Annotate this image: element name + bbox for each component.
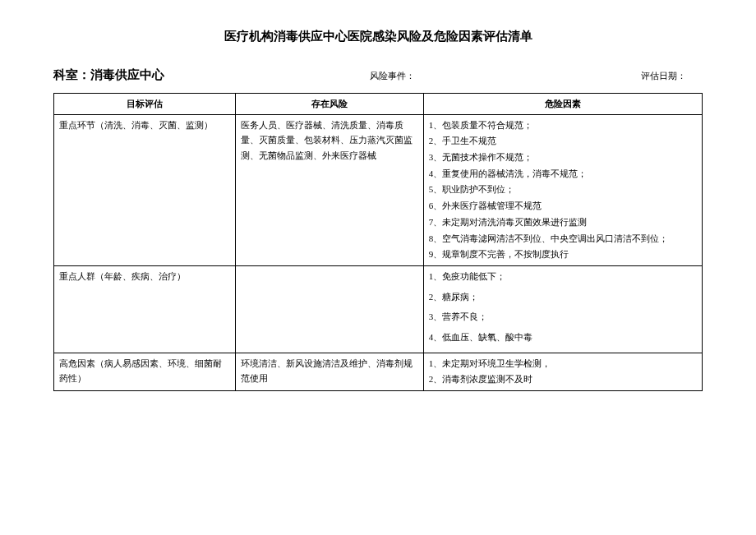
document-title: 医疗机构消毒供应中心医院感染风险及危险因素评估清单 bbox=[53, 29, 703, 44]
cell-target: 高危因素（病人易感因素、环境、细菌耐药性） bbox=[54, 353, 236, 390]
factor-item: 2、手卫生不规范 bbox=[429, 133, 697, 149]
cell-risk bbox=[235, 265, 423, 353]
header-line: 科室：消毒供应中心 风险事件： 评估日期： bbox=[53, 67, 703, 83]
header-target: 目标评估 bbox=[54, 94, 236, 115]
cell-target: 重点环节（清洗、消毒、灭菌、监测） bbox=[54, 114, 236, 265]
assessment-date-label: 评估日期： bbox=[641, 70, 686, 82]
factor-item: 2、糖尿病； bbox=[429, 289, 697, 305]
factor-item: 9、规章制度不完善，不按制度执行 bbox=[429, 247, 697, 262]
factor-item: 8、空气消毒滤网清洁不到位、中央空调出风口清洁不到位； bbox=[429, 231, 697, 247]
table-row: 重点环节（清洗、消毒、灭菌、监测） 医务人员、医疗器械、清洗质量、消毒质量、灭菌… bbox=[54, 114, 703, 265]
factor-item: 6、外来医疗器械管理不规范 bbox=[429, 198, 697, 214]
cell-factors: 1、未定期对环境卫生学检测， 2、消毒剂浓度监测不及时 bbox=[423, 353, 702, 390]
factor-item: 3、营养不良； bbox=[429, 309, 697, 325]
cell-risk: 医务人员、医疗器械、清洗质量、消毒质量、灭菌质量、包装材料、压力蒸汽灭菌监测、无… bbox=[235, 114, 423, 265]
header-factors: 危险因素 bbox=[423, 94, 702, 115]
cell-factors: 1、包装质量不符合规范； 2、手卫生不规范 3、无菌技术操作不规范； 4、重复使… bbox=[423, 114, 702, 265]
table-row: 重点人群（年龄、疾病、治疗） 1、免疫功能低下； 2、糖尿病； 3、营养不良； … bbox=[54, 265, 703, 353]
table-row: 高危因素（病人易感因素、环境、细菌耐药性） 环境清洁、新风设施清洁及维护、消毒剂… bbox=[54, 353, 703, 390]
cell-risk: 环境清洁、新风设施清洁及维护、消毒剂规范使用 bbox=[235, 353, 423, 390]
table-header-row: 目标评估 存在风险 危险因素 bbox=[54, 94, 703, 115]
factor-item: 4、重复使用的器械清洗，消毒不规范； bbox=[429, 166, 697, 182]
department-label: 科室：消毒供应中心 bbox=[53, 67, 164, 83]
risk-event-label: 风险事件： bbox=[370, 70, 415, 82]
header-risk: 存在风险 bbox=[235, 94, 423, 115]
factor-item: 1、包装质量不符合规范； bbox=[429, 118, 697, 133]
factor-item: 1、未定期对环境卫生学检测， bbox=[429, 356, 697, 371]
factor-item: 2、消毒剂浓度监测不及时 bbox=[429, 371, 697, 387]
assessment-table: 目标评估 存在风险 危险因素 重点环节（清洗、消毒、灭菌、监测） 医务人员、医疗… bbox=[53, 93, 703, 391]
factor-item: 7、未定期对清洗消毒灭菌效果进行监测 bbox=[429, 214, 697, 230]
cell-factors: 1、免疫功能低下； 2、糖尿病； 3、营养不良； 4、低血压、缺氧、酸中毒 bbox=[423, 265, 702, 353]
factor-item: 1、免疫功能低下； bbox=[429, 269, 697, 284]
factor-item: 5、职业防护不到位； bbox=[429, 182, 697, 197]
cell-target: 重点人群（年龄、疾病、治疗） bbox=[54, 265, 236, 353]
factor-item: 4、低血压、缺氧、酸中毒 bbox=[429, 330, 697, 345]
factor-item: 3、无菌技术操作不规范； bbox=[429, 150, 697, 165]
